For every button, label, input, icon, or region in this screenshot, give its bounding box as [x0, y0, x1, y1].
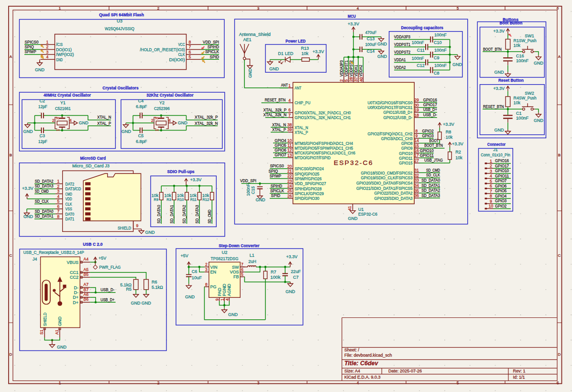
- svg-text:RESET_BTN: RESET_BTN: [264, 98, 286, 102]
- svg-text:12: 12: [287, 148, 292, 152]
- svg-text:10k: 10k: [301, 51, 308, 56]
- svg-text:USB C 2.0: USB C 2.0: [83, 241, 103, 247]
- svg-text:30: 30: [414, 103, 419, 108]
- svg-text:1: 1: [220, 298, 225, 301]
- svg-text:9: 9: [215, 298, 220, 301]
- svg-text:GND: GND: [178, 120, 188, 125]
- svg-text:SHIELD: SHIELD: [118, 226, 132, 230]
- svg-text:100uF: 100uF: [365, 42, 376, 47]
- svg-text:GND: GND: [56, 57, 63, 62]
- svg-text:6.8pF: 6.8pF: [136, 104, 147, 109]
- svg-text:15: 15: [414, 143, 419, 148]
- svg-text:+3.3V: +3.3V: [493, 29, 505, 33]
- svg-text:17: 17: [414, 153, 419, 158]
- svg-text:SD_DATA3: SD_DATA3: [421, 193, 440, 198]
- svg-text:5: 5: [57, 199, 60, 204]
- svg-text:GPIO3: GPIO3: [422, 133, 433, 138]
- svg-text:Y1: Y1: [60, 100, 66, 105]
- svg-text:U3: U3: [117, 18, 122, 23]
- svg-text:7: 7: [241, 262, 243, 267]
- svg-text:C: C: [558, 253, 561, 258]
- svg-text:5: 5: [457, 381, 459, 385]
- svg-text:GPIO19/SDIO_CLK/FSPICS3: GPIO19/SDIO_CLK/FSPICS3: [361, 175, 412, 180]
- svg-text:5: 5: [344, 79, 349, 82]
- svg-text:SPIWP/GPIO26: SPIWP/GPIO26: [295, 176, 321, 181]
- svg-text:GPIO3: GPIO3: [495, 198, 506, 203]
- svg-text:B: B: [10, 153, 12, 157]
- svg-text:16: 16: [414, 148, 419, 153]
- svg-text:MCU: MCU: [348, 13, 356, 19]
- svg-text:Connector: Connector: [487, 142, 506, 147]
- svg-text:9: 9: [416, 133, 418, 138]
- svg-text:2: 2: [205, 262, 208, 267]
- svg-text:XTAL_P: XTAL_P: [97, 121, 111, 126]
- svg-text:VDDPST1: VDDPST1: [394, 42, 410, 47]
- svg-text:S1: S1: [39, 329, 44, 335]
- svg-text:GND: GND: [57, 345, 66, 349]
- svg-text:U2: U2: [222, 250, 228, 255]
- svg-text:40: 40: [359, 77, 363, 82]
- svg-text:GPIO4: GPIO4: [275, 138, 286, 143]
- svg-text:37: 37: [353, 77, 358, 82]
- svg-text:2: 2: [157, 381, 160, 385]
- svg-text:SW_Push: SW_Push: [519, 96, 537, 100]
- svg-text:VDDA2: VDDA2: [358, 65, 363, 76]
- svg-text:B: B: [558, 153, 561, 157]
- svg-text:R5: R5: [126, 287, 132, 292]
- svg-text:B6: B6: [84, 297, 89, 302]
- svg-text:18: 18: [414, 113, 419, 118]
- svg-text:SW_Push: SW_Push: [519, 38, 537, 43]
- svg-text:Antenna_Shield: Antenna_Shield: [239, 32, 271, 37]
- svg-text:1: 1: [154, 129, 159, 131]
- svg-text:A4: A4: [84, 257, 89, 261]
- svg-text:USB_D+: USB_D+: [100, 297, 114, 302]
- svg-text:4: 4: [288, 98, 291, 103]
- svg-text:R11: R11: [190, 197, 197, 202]
- svg-text:XTAL_P: XTAL_P: [295, 130, 308, 135]
- svg-text:GPIO23/SDIO_DATA3: GPIO23/SDIO_DATA3: [374, 196, 413, 201]
- svg-text:Rev: 1: Rev: 1: [513, 369, 526, 373]
- svg-text:USB_C_Receptacle_USB2.0_14P: USB_C_Receptacle_USB2.0_14P: [23, 250, 84, 255]
- svg-text:100nF: 100nF: [412, 56, 424, 61]
- svg-text:+3.3V: +3.3V: [348, 22, 359, 26]
- svg-text:GND: GND: [348, 216, 358, 221]
- svg-text:Crystal Oscillators: Crystal Oscillators: [102, 85, 138, 90]
- svg-text:1: 1: [55, 129, 60, 131]
- svg-text:R2: R2: [455, 150, 461, 154]
- svg-text:SD_DATA3: SD_DATA3: [195, 205, 199, 224]
- svg-text:8: 8: [416, 129, 418, 133]
- svg-text:3: 3: [205, 267, 208, 272]
- svg-text:D: D: [10, 352, 12, 357]
- svg-text:GPIO2: GPIO2: [495, 204, 506, 208]
- svg-text:Power LED: Power LED: [286, 38, 306, 44]
- svg-text:3: 3: [57, 189, 60, 194]
- svg-text:100nF: 100nF: [434, 48, 447, 53]
- svg-text:7: 7: [288, 113, 291, 118]
- svg-text:1: 1: [57, 179, 60, 184]
- svg-text:XTAL_P: XTAL_P: [272, 127, 286, 132]
- svg-text:2: 2: [57, 184, 60, 189]
- svg-text:KiCad E.D.A. 9.0.3: KiCad E.D.A. 9.0.3: [344, 375, 381, 380]
- svg-text:GPIO2: GPIO2: [422, 129, 433, 133]
- svg-text:CLK: CLK: [178, 52, 185, 57]
- svg-text:7: 7: [57, 209, 60, 214]
- svg-text:10uF: 10uF: [192, 275, 202, 280]
- svg-text:CMD: CMD: [66, 192, 72, 196]
- svg-text:GND: GND: [121, 129, 132, 134]
- svg-text:DAT3/CD: DAT3/CD: [66, 186, 81, 191]
- svg-text:XTAL_N: XTAL_N: [272, 122, 286, 127]
- svg-text:Step-Down Converter: Step-Down Converter: [219, 243, 260, 248]
- svg-text:/CS: /CS: [56, 42, 63, 47]
- svg-text:4: 4: [357, 381, 359, 385]
- svg-text:26: 26: [287, 194, 292, 198]
- svg-text:GPIO16: GPIO16: [495, 158, 509, 163]
- svg-text:A7: A7: [84, 282, 89, 287]
- svg-text:+3.3V: +3.3V: [452, 142, 463, 146]
- svg-text:5: 5: [457, 6, 459, 11]
- svg-text:GND: GND: [269, 66, 279, 71]
- svg-text:R10: R10: [177, 197, 184, 202]
- svg-text:100nF: 100nF: [412, 40, 424, 45]
- svg-text:B5: B5: [84, 272, 89, 277]
- svg-text:SPICLK: SPICLK: [270, 188, 284, 193]
- svg-text:100nF: 100nF: [516, 116, 528, 120]
